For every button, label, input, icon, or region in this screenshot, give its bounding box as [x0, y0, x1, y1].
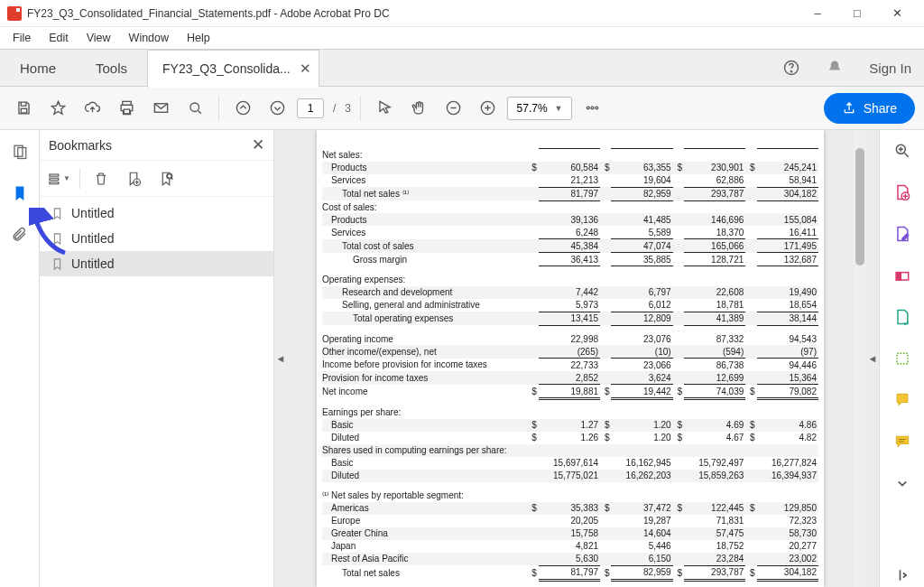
cloud-upload-button[interactable]	[78, 94, 106, 123]
create-pdf-tool-icon[interactable]	[891, 181, 914, 204]
app-icon	[7, 6, 22, 21]
table-row: ⁽¹⁾ Net sales by reportable segment:	[322, 489, 818, 502]
search-tool-icon[interactable]	[891, 139, 914, 163]
expand-rail-icon[interactable]	[891, 564, 914, 587]
pdf-page: Net sales:Products$60,584$63,355$230,901…	[317, 130, 824, 587]
svg-rect-4	[124, 109, 129, 114]
svg-rect-18	[50, 182, 59, 183]
delete-bookmark-button[interactable]	[89, 167, 113, 191]
table-row: Other income/(expense), net(265)(10)(594…	[322, 345, 818, 359]
zoom-in-button[interactable]	[473, 94, 502, 123]
menu-view[interactable]: View	[78, 29, 120, 47]
table-row: Operating income22,99823,07687,33294,543	[322, 332, 818, 345]
window-title: FY23_Q3_Consolidated_Financial_Statement…	[27, 7, 798, 20]
table-row: Services21,21319,60462,88658,941	[322, 174, 818, 188]
page-total: 3	[345, 102, 351, 115]
sign-in-button[interactable]: Sign In	[856, 61, 924, 76]
maximize-button[interactable]: □	[837, 0, 877, 27]
collapse-left-button[interactable]: ◄	[274, 130, 287, 587]
page-number-input[interactable]	[297, 98, 324, 118]
menubar: File Edit View Window Help	[0, 27, 924, 49]
table-row: Greater China15,75814,60457,47558,730	[322, 527, 818, 540]
left-nav-rail	[0, 130, 40, 587]
table-row: Gross margin36,41335,885128,721132,687	[322, 253, 818, 266]
table-row: Cost of sales:	[322, 200, 818, 213]
main-area: Bookmarks ✕ ▼ UntitledUntitledUntitled ◄	[0, 130, 924, 587]
zoom-level-select[interactable]: 57.7%▼	[507, 97, 572, 120]
table-row: Operating expenses:	[322, 274, 818, 286]
table-row: Products$60,584$63,355$230,901$245,241	[322, 162, 818, 174]
table-row: Shares used in computing earnings per sh…	[322, 444, 818, 457]
export-pdf-tool-icon[interactable]	[891, 264, 914, 287]
chevron-down-icon[interactable]	[891, 471, 914, 495]
organize-tool-icon[interactable]	[891, 305, 914, 329]
tab-document-close-icon[interactable]: ✕	[300, 61, 311, 77]
edit-pdf-tool-icon[interactable]	[891, 222, 914, 246]
table-row: Research and development7,4426,79722,608…	[322, 286, 818, 299]
bookmark-item[interactable]: Untitled	[40, 200, 273, 226]
table-row: Earnings per share:	[322, 406, 818, 419]
table-row: Net sales:	[322, 149, 818, 162]
scrollbar-thumb[interactable]	[855, 148, 864, 266]
menu-window[interactable]: Window	[120, 29, 178, 47]
vertical-scrollbar[interactable]	[854, 130, 866, 587]
email-button[interactable]	[146, 94, 175, 123]
table-row: Diluted$1.26$1.20$4.67$4.82	[322, 432, 818, 444]
menu-help[interactable]: Help	[178, 29, 219, 47]
table-row: Basic15,697,61416,162,94515,792,49716,27…	[322, 457, 818, 470]
save-button[interactable]	[9, 94, 38, 123]
bookmarks-toolbar: ▼	[40, 161, 273, 197]
bookmarks-close-button[interactable]: ✕	[252, 135, 264, 154]
new-bookmark-button[interactable]	[122, 167, 145, 191]
svg-rect-16	[50, 174, 59, 176]
svg-point-7	[236, 101, 249, 114]
tab-home[interactable]: Home	[0, 49, 76, 87]
table-row: Total net sales ⁽¹⁾81,79782,959293,78730…	[322, 187, 818, 200]
menu-edit[interactable]: Edit	[40, 29, 78, 47]
combine-tool-icon[interactable]	[891, 347, 914, 370]
document-viewport[interactable]: Net sales:Products$60,584$63,355$230,901…	[287, 130, 854, 587]
table-row: Americas$35,383$37,472$122,445$129,850	[322, 502, 818, 515]
find-bookmark-button[interactable]	[154, 167, 178, 191]
share-button[interactable]: Share	[824, 93, 915, 124]
table-row: Total cost of sales45,38447,074165,06617…	[322, 239, 818, 253]
zoom-out-button[interactable]	[439, 94, 467, 123]
help-button[interactable]	[770, 59, 813, 77]
notifications-button[interactable]	[813, 59, 856, 77]
bookmark-item[interactable]: Untitled	[40, 226, 273, 251]
tab-tools[interactable]: Tools	[76, 49, 147, 87]
toolbar: / 3 57.7%▼ Share	[0, 87, 924, 130]
table-row: Products39,13641,485146,696155,084	[322, 213, 818, 226]
svg-rect-25	[896, 273, 901, 280]
menu-file[interactable]: File	[4, 29, 40, 47]
table-row: Selling, general and administrative5,973…	[322, 299, 818, 312]
app-tabs: Home Tools FY23_Q3_Consolida... ✕ Sign I…	[0, 49, 924, 87]
star-button[interactable]	[43, 94, 72, 123]
find-button[interactable]	[180, 94, 209, 123]
table-row: Total operating expenses13,41512,80941,3…	[322, 312, 818, 325]
table-row: Rest of Asia Pacific5,6306,15023,28423,0…	[322, 553, 818, 566]
svg-rect-26	[897, 353, 908, 364]
bookmark-options-button[interactable]: ▼	[47, 167, 70, 191]
print-button[interactable]	[112, 94, 141, 123]
collapse-right-button[interactable]: ◄	[866, 130, 879, 587]
minimize-button[interactable]: –	[798, 0, 837, 27]
selection-tool-button[interactable]	[370, 94, 399, 123]
thumbnails-rail-button[interactable]	[7, 139, 32, 164]
close-window-button[interactable]: ✕	[877, 0, 917, 27]
attachments-rail-button[interactable]	[7, 222, 32, 247]
more-tools-button[interactable]	[578, 94, 606, 123]
comment-tool-icon[interactable]	[891, 388, 914, 412]
sticky-note-tool-icon[interactable]	[891, 430, 914, 453]
tab-document[interactable]: FY23_Q3_Consolida... ✕	[147, 50, 319, 88]
svg-point-8	[271, 101, 283, 114]
page-down-button[interactable]	[263, 94, 291, 123]
hand-tool-button[interactable]	[404, 94, 433, 123]
bookmark-item[interactable]: Untitled	[40, 251, 273, 276]
bookmarks-rail-button[interactable]	[7, 181, 32, 206]
table-row: Basic$1.27$1.20$4.69$4.86	[322, 419, 818, 432]
table-row: Total net sales$81,797$82,959$293,787$30…	[322, 565, 818, 580]
page-up-button[interactable]	[228, 94, 257, 123]
tab-document-label: FY23_Q3_Consolida...	[162, 61, 291, 76]
svg-point-12	[591, 107, 594, 109]
